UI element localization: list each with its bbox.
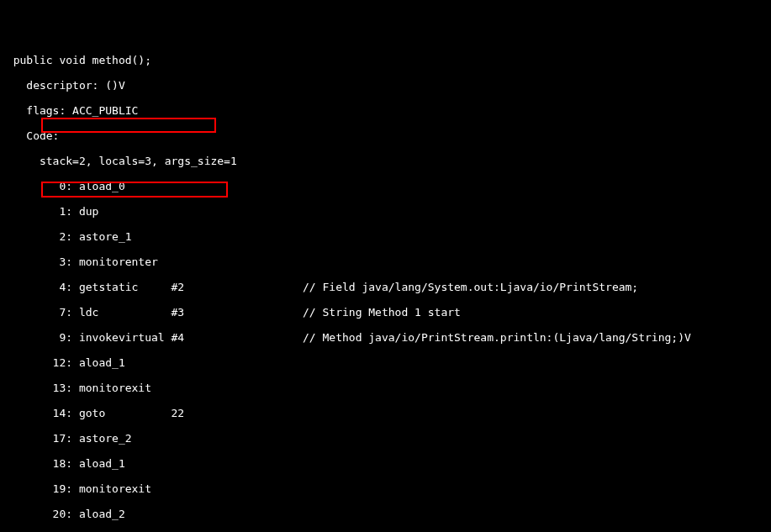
code-line: 7: ldc #3 // String Method 1 start (0, 306, 771, 319)
code-line: 14: goto 22 (0, 407, 771, 419)
code-line: 12: aload_1 (0, 356, 771, 369)
code-line-monitorexit: 13: monitorexit (0, 382, 771, 394)
code-line-monitorenter: 3: monitorenter (0, 255, 771, 268)
code-line: 18: aload_1 (0, 457, 771, 470)
code-line: 4: getstatic #2 // Field java/lang/Syste… (0, 281, 771, 293)
code-line: descriptor: ()V (0, 79, 771, 92)
code-line: 19: monitorexit (0, 482, 771, 495)
code-line: 0: aload_0 (0, 180, 771, 192)
code-line: stack=2, locals=3, args_size=1 (0, 155, 771, 167)
code-line: Code: (0, 129, 771, 142)
code-line: 17: astore_2 (0, 432, 771, 445)
code-line: flags: ACC_PUBLIC (0, 104, 771, 117)
code-line: 1: dup (0, 205, 771, 218)
code-line: 20: aload_2 (0, 508, 771, 520)
code-line: 9: invokevirtual #4 // Method java/io/Pr… (0, 331, 771, 344)
code-line: 2: astore_1 (0, 230, 771, 243)
code-line: public void method(); (0, 54, 771, 66)
